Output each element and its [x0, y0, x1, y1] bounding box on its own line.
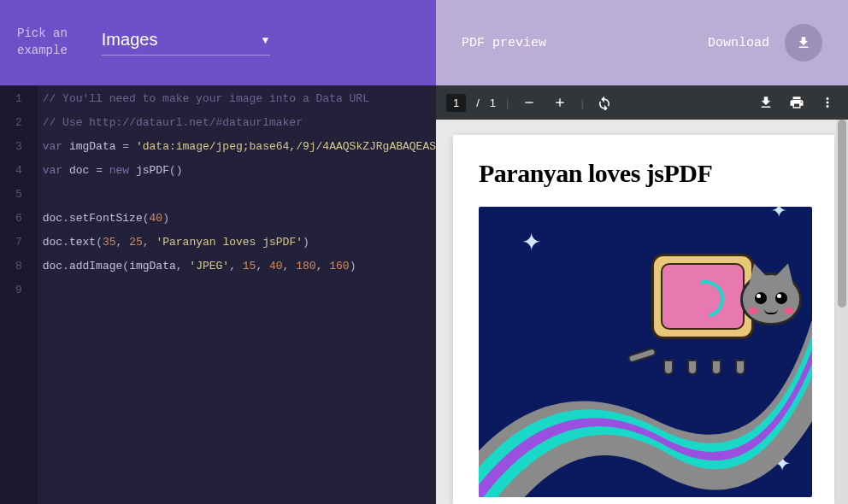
- plus-icon: [553, 96, 567, 109]
- pdf-image: ✦ ✦ ✦ ✦: [479, 207, 812, 497]
- nyan-cat: [651, 254, 797, 365]
- code-line[interactable]: // Use http://dataurl.net/#dataurlmaker: [43, 111, 436, 135]
- download-icon: [758, 95, 774, 110]
- code-area[interactable]: // You'll need to make your image into a…: [38, 85, 436, 504]
- line-number: 7: [0, 231, 38, 255]
- pick-label-line2: example: [17, 44, 68, 57]
- code-editor[interactable]: 123456789 // You'll need to make your im…: [0, 85, 436, 504]
- line-number: 4: [0, 159, 38, 183]
- code-line[interactable]: [43, 278, 436, 302]
- pdf-toolbar: 1 / 1 | |: [436, 85, 848, 120]
- right-header: PDF preview Download: [436, 0, 848, 85]
- current-page-input[interactable]: 1: [446, 94, 466, 112]
- sparkle-icon: ✦: [771, 207, 786, 222]
- line-number: 3: [0, 135, 38, 159]
- code-line[interactable]: // You'll need to make your image into a…: [43, 87, 436, 111]
- line-number: 8: [0, 255, 38, 278]
- pdf-page: Paranyan loves jsPDF ✦ ✦ ✦ ✦: [453, 135, 834, 504]
- code-line[interactable]: [43, 183, 436, 207]
- dropdown-value: Images: [102, 30, 158, 50]
- rotate-icon: [597, 95, 612, 110]
- print-button[interactable]: [786, 92, 807, 113]
- code-line[interactable]: doc.text(35, 25, 'Paranyan loves jsPDF'): [43, 231, 436, 255]
- vertical-scrollbar[interactable]: [836, 120, 848, 504]
- right-panel: PDF preview Download 1 / 1 | | Paranyan …: [436, 0, 848, 504]
- line-number: 6: [0, 207, 38, 231]
- zoom-in-button[interactable]: [550, 92, 570, 113]
- total-pages: 1: [490, 97, 496, 109]
- download-group: Download: [708, 24, 822, 62]
- download-label: Download: [708, 36, 769, 50]
- pdf-title: Paranyan loves jsPDF: [479, 159, 809, 188]
- line-gutter: 123456789: [0, 85, 38, 504]
- line-number: 9: [0, 278, 38, 302]
- sparkle-icon: ✦: [521, 228, 541, 256]
- code-line[interactable]: var doc = new jsPDF(): [43, 159, 436, 183]
- code-line[interactable]: doc.addImage(imgData, 'JPEG', 15, 40, 18…: [43, 255, 436, 278]
- chevron-down-icon: ▼: [260, 34, 270, 46]
- rotate-button[interactable]: [594, 92, 615, 113]
- pdf-preview-label: PDF preview: [462, 36, 546, 50]
- pdf-viewport[interactable]: Paranyan loves jsPDF ✦ ✦ ✦ ✦: [436, 120, 848, 504]
- line-number: 2: [0, 111, 38, 135]
- page-separator: /: [476, 97, 480, 109]
- minus-icon: [522, 96, 536, 109]
- more-vert-icon: [820, 95, 835, 110]
- pick-example-label: Pick an example: [17, 26, 68, 59]
- example-dropdown[interactable]: Images ▼: [102, 30, 270, 56]
- pick-label-line1: Pick an: [17, 26, 68, 40]
- toolbar-download-button[interactable]: [756, 92, 776, 113]
- zoom-out-button[interactable]: [519, 92, 539, 113]
- left-header: Pick an example Images ▼: [0, 0, 436, 85]
- line-number: 5: [0, 183, 38, 207]
- print-icon: [789, 95, 804, 110]
- toolbar-divider: |: [580, 97, 583, 109]
- line-number: 1: [0, 87, 38, 111]
- left-panel: Pick an example Images ▼ 123456789 // Yo…: [0, 0, 436, 504]
- download-button[interactable]: [785, 24, 822, 62]
- toolbar-divider: |: [506, 97, 509, 109]
- code-line[interactable]: doc.setFontSize(40): [43, 207, 436, 231]
- more-button[interactable]: [817, 92, 838, 113]
- scrollbar-thumb[interactable]: [838, 120, 846, 308]
- download-icon: [796, 35, 811, 50]
- code-line[interactable]: var imgData = 'data:image/jpeg;base64,/9…: [43, 135, 436, 159]
